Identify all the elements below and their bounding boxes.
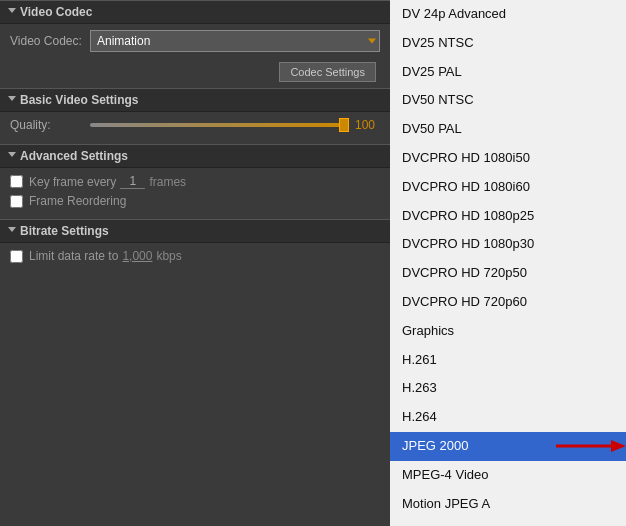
limit-unit: kbps <box>156 249 181 263</box>
keyframe-row: Key frame every frames <box>10 174 380 189</box>
advanced-settings-title: Advanced Settings <box>20 149 128 163</box>
quality-slider-thumb[interactable] <box>339 118 349 132</box>
advanced-settings-header: Advanced Settings <box>0 144 390 168</box>
bitrate-settings-title: Bitrate Settings <box>20 224 109 238</box>
dropdown-item[interactable]: DV50 PAL <box>390 115 626 144</box>
bitrate-settings-content: Limit data rate to 1,000 kbps <box>0 243 390 274</box>
dropdown-item[interactable]: DVCPRO HD 1080p30 <box>390 230 626 259</box>
codec-settings-button[interactable]: Codec Settings <box>279 62 376 82</box>
dropdown-item[interactable]: MPEG-4 Video <box>390 461 626 490</box>
dropdown-item[interactable]: DVCPRO HD 1080p25 <box>390 202 626 231</box>
codec-select-wrapper: Animation <box>90 30 380 52</box>
codec-dropdown-list[interactable]: DV 24p AdvancedDV25 NTSCDV25 PALDV50 NTS… <box>390 0 626 526</box>
red-arrow-icon <box>556 436 626 456</box>
keyframe-unit: frames <box>149 175 186 189</box>
left-panel: Video Codec Video Codec: Animation Codec… <box>0 0 390 526</box>
limit-value: 1,000 <box>122 249 152 263</box>
dropdown-item[interactable]: DV50 NTSC <box>390 86 626 115</box>
quality-slider-container[interactable] <box>90 118 349 132</box>
dropdown-item[interactable]: DVCPRO HD 1080i60 <box>390 173 626 202</box>
video-codec-title: Video Codec <box>20 5 92 19</box>
dropdown-item[interactable]: DV25 NTSC <box>390 29 626 58</box>
dropdown-item[interactable]: DVCPRO HD 1080i50 <box>390 144 626 173</box>
codec-label: Video Codec: <box>10 34 90 48</box>
frame-reordering-label: Frame Reordering <box>29 194 126 208</box>
basic-video-triangle <box>8 96 16 105</box>
dropdown-item[interactable]: Graphics <box>390 317 626 346</box>
quality-row: Quality: 100 <box>10 118 380 132</box>
codec-settings-row: Codec Settings <box>10 58 380 82</box>
keyframe-input[interactable] <box>120 174 145 189</box>
quality-value: 100 <box>355 118 380 132</box>
limit-label: Limit data rate to <box>29 249 118 263</box>
video-codec-triangle <box>8 8 16 17</box>
bitrate-settings-header: Bitrate Settings <box>0 219 390 243</box>
limit-checkbox[interactable] <box>10 250 23 263</box>
advanced-settings-content: Key frame every frames Frame Reordering <box>0 168 390 219</box>
keyframe-label: Key frame every <box>29 175 116 189</box>
dropdown-item[interactable]: DV25 PAL <box>390 58 626 87</box>
video-codec-header: Video Codec <box>0 0 390 24</box>
quality-label: Quality: <box>10 118 90 132</box>
dropdown-item[interactable]: JPEG 2000 <box>390 432 626 461</box>
dropdown-item[interactable]: H.261 <box>390 346 626 375</box>
dropdown-item[interactable]: Motion JPEG A <box>390 490 626 519</box>
codec-row: Video Codec: Animation <box>10 30 380 52</box>
basic-video-title: Basic Video Settings <box>20 93 138 107</box>
limit-row: Limit data rate to 1,000 kbps <box>10 249 380 263</box>
dropdown-item[interactable]: DVCPRO HD 720p50 <box>390 259 626 288</box>
frame-reordering-row: Frame Reordering <box>10 194 380 208</box>
video-codec-content: Video Codec: Animation Codec Settings <box>0 24 390 88</box>
basic-video-header: Basic Video Settings <box>0 88 390 112</box>
dropdown-item[interactable]: H.264 <box>390 403 626 432</box>
dropdown-item-label: JPEG 2000 <box>402 436 469 457</box>
dropdown-item[interactable]: Motion JPEG B <box>390 518 626 526</box>
advanced-settings-triangle <box>8 152 16 161</box>
dropdown-item[interactable]: DVCPRO HD 720p60 <box>390 288 626 317</box>
frame-reordering-checkbox[interactable] <box>10 195 23 208</box>
dropdown-item[interactable]: DV 24p Advanced <box>390 0 626 29</box>
keyframe-checkbox[interactable] <box>10 175 23 188</box>
svg-marker-1 <box>611 440 626 452</box>
bitrate-settings-triangle <box>8 227 16 236</box>
dropdown-item[interactable]: H.263 <box>390 374 626 403</box>
quality-slider-track <box>90 123 349 127</box>
basic-video-content: Quality: 100 <box>0 112 390 144</box>
codec-select[interactable]: Animation <box>90 30 380 52</box>
